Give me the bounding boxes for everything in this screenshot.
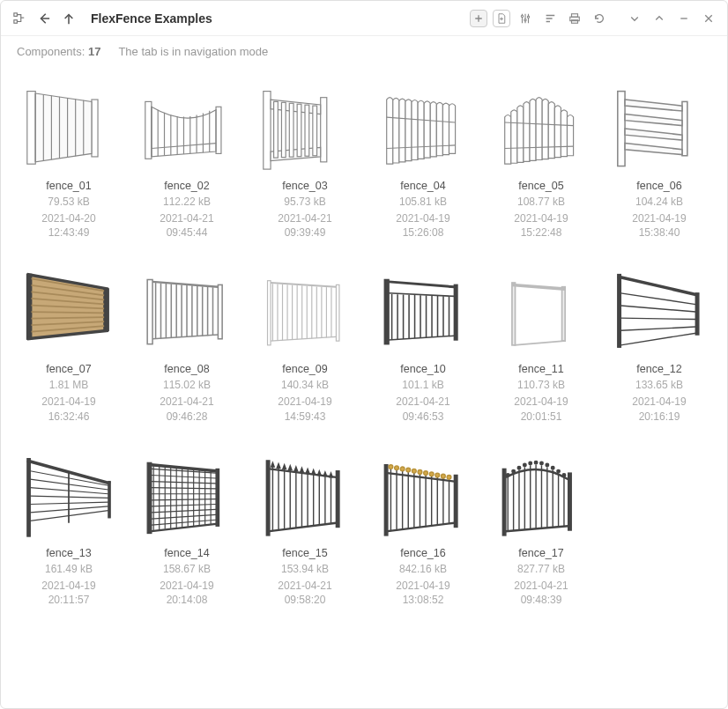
item-name: fence_11 [518,363,563,375]
grid-item[interactable]: fence_07 1.81 MB 2021-04-19 16:32:46 [11,250,126,426]
svg-rect-154 [266,461,270,535]
svg-point-4 [527,16,529,18]
chevron-down-icon[interactable] [625,9,644,28]
grid-item[interactable]: fence_02 112.22 kB 2021-04-21 09:45:44 [130,67,244,243]
item-name: fence_16 [400,547,445,559]
minimize-icon[interactable] [674,9,694,28]
svg-rect-32 [274,101,279,158]
item-date: 2021-04-21 09:46:53 [396,395,449,423]
item-size: 842.16 kB [399,563,447,575]
item-thumbnail [253,254,357,358]
svg-point-3 [524,18,526,20]
svg-rect-107 [562,287,566,341]
refresh-icon[interactable] [590,9,609,28]
item-size: 105.81 kB [399,196,447,208]
svg-rect-110 [618,275,621,348]
svg-line-94 [389,336,454,341]
grid-item[interactable]: fence_17 827.77 kB 2021-04-21 09:48:39 [484,434,598,610]
item-date: 2021-04-19 15:26:08 [396,211,449,240]
svg-point-211 [540,462,544,465]
svg-rect-42 [618,92,625,166]
item-size: 161.49 kB [45,563,93,575]
grid-item[interactable]: fence_01 79.53 kB 2021-04-20 12:43:49 [11,67,126,243]
item-name: fence_03 [282,180,327,192]
grid-item[interactable]: fence_13 161.49 kB 2021-04-19 20:11:57 [11,434,126,610]
item-date: 2021-04-21 09:45:44 [160,211,213,240]
item-name: fence_07 [46,363,91,375]
grid-item[interactable]: fence_15 153.94 kB 2021-04-21 09:58:20 [248,434,362,610]
svg-point-188 [429,472,434,476]
svg-rect-106 [512,283,516,345]
svg-rect-1 [14,19,18,23]
svg-line-92 [389,282,454,287]
grid-item[interactable]: fence_03 95.73 kB 2021-04-21 09:39:49 [248,67,362,243]
titlebar-left-group: FlexFence Examples [10,9,212,28]
item-date: 2021-04-21 09:39:49 [278,211,331,240]
svg-point-180 [406,468,411,472]
item-name: fence_01 [46,180,91,192]
grid-item[interactable]: fence_11 110.73 kB 2021-04-19 20:01:51 [484,250,598,426]
item-date: 2021-04-19 20:11:57 [41,579,95,607]
close-icon[interactable] [699,9,718,28]
item-date: 2021-04-19 16:32:46 [41,395,95,423]
item-name: fence_17 [518,547,563,559]
grid-item[interactable]: fence_10 101.1 kB 2021-04-21 09:46:53 [366,250,480,426]
svg-point-194 [447,475,451,479]
item-thumbnail [607,70,711,174]
svg-rect-30 [264,92,271,170]
grid-item[interactable]: fence_16 842.16 kB 2021-04-19 13:08:52 [366,434,480,610]
grid-item[interactable]: fence_09 140.34 kB 2021-04-19 14:59:43 [248,250,362,426]
item-name: fence_02 [164,180,209,192]
grid-item[interactable]: fence_12 133.65 kB 2021-04-19 20:16:19 [602,250,717,426]
item-name: fence_04 [400,180,445,192]
add-item-icon[interactable] [470,10,487,27]
svg-rect-44 [27,275,32,339]
svg-line-75 [271,283,336,287]
item-name: fence_10 [400,363,445,375]
svg-line-59 [152,282,218,287]
sort-icon[interactable] [540,9,560,28]
svg-line-114 [620,306,695,312]
item-thumbnail [253,70,357,174]
item-size: 133.65 kB [635,379,683,391]
grid-item[interactable]: fence_05 108.77 kB 2021-04-19 15:22:48 [484,67,598,243]
item-thumbnail [135,254,239,358]
add-file-icon[interactable] [493,10,510,27]
settings-sliders-icon[interactable] [516,9,535,28]
svg-line-109 [514,341,564,345]
item-thumbnail [135,438,239,542]
item-thumbnail [17,70,121,174]
svg-line-132 [152,524,216,531]
svg-rect-118 [27,458,31,536]
grid-item[interactable]: fence_04 105.81 kB 2021-04-19 15:26:08 [366,67,480,243]
svg-point-219 [562,473,566,476]
item-date: 2021-04-21 09:46:28 [160,395,213,423]
svg-line-150 [152,504,216,506]
svg-point-215 [551,466,554,469]
chevron-up-icon[interactable] [650,9,669,28]
item-thumbnail [607,254,711,358]
print-icon[interactable] [565,9,584,28]
item-date: 2021-04-21 09:48:39 [514,579,568,607]
svg-line-152 [152,514,216,519]
grid-item[interactable]: fence_14 158.67 kB 2021-04-19 20:14:08 [130,434,244,610]
tree-toggle-icon[interactable] [10,9,29,28]
svg-line-151 [152,509,216,513]
svg-rect-91 [454,285,457,341]
up-arrow-icon[interactable] [59,9,78,28]
svg-line-112 [618,277,699,295]
item-thumbnail [489,254,593,358]
item-size: 112.22 kB [163,196,211,208]
svg-rect-18 [216,107,221,153]
svg-line-93 [389,293,454,297]
back-arrow-icon[interactable] [34,9,54,28]
svg-point-184 [418,469,422,474]
svg-line-172 [388,523,455,531]
item-date: 2021-04-19 13:08:52 [396,579,449,607]
svg-rect-169 [384,464,388,535]
grid-item[interactable]: fence_06 104.24 kB 2021-04-19 15:38:40 [602,67,717,243]
svg-rect-35 [297,104,301,156]
item-name: fence_08 [164,363,209,375]
grid-item[interactable]: fence_08 115.02 kB 2021-04-21 09:46:28 [130,250,244,426]
svg-point-190 [435,473,440,477]
